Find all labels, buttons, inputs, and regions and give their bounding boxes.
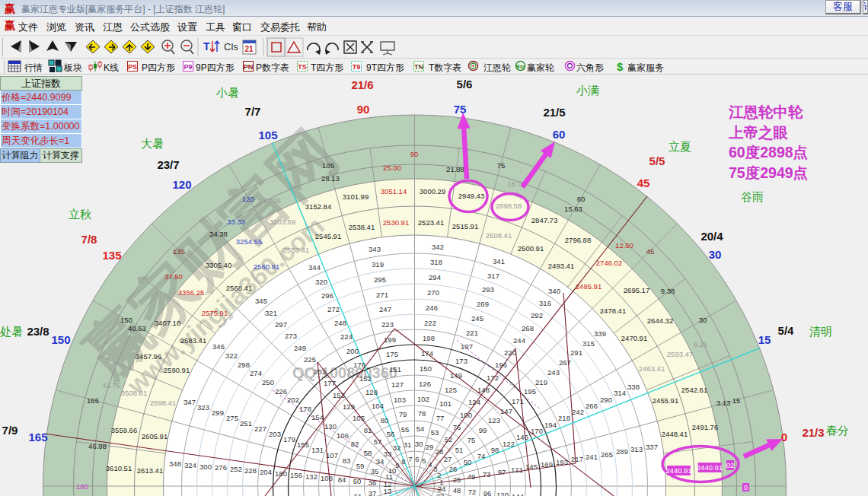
svg-text:2500.91: 2500.91 <box>518 244 544 253</box>
svg-text:P9: P9 <box>183 63 192 71</box>
svg-text:125: 125 <box>445 386 457 394</box>
svg-text:34: 34 <box>376 457 385 466</box>
svg-text:316: 316 <box>539 299 551 307</box>
svg-text:2455.91: 2455.91 <box>653 396 678 405</box>
svg-text:3101.99: 3101.99 <box>343 192 369 201</box>
svg-text:53: 53 <box>431 428 439 437</box>
svg-text:77: 77 <box>436 414 445 422</box>
svg-text:130: 130 <box>324 422 337 431</box>
svg-text:223: 223 <box>381 320 394 329</box>
svg-text:347: 347 <box>183 398 196 406</box>
svg-text:82: 82 <box>351 440 359 448</box>
svg-text:101: 101 <box>439 399 452 408</box>
svg-text:春分: 春分 <box>826 424 849 437</box>
svg-text:176: 176 <box>353 361 365 369</box>
svg-text:348: 348 <box>169 459 181 468</box>
svg-text:处暑: 处暑 <box>0 325 23 338</box>
svg-text:321: 321 <box>265 309 277 317</box>
svg-text:104: 104 <box>372 402 384 410</box>
svg-text:2847.73: 2847.73 <box>531 216 557 224</box>
svg-text:251: 251 <box>240 419 252 428</box>
svg-text:319: 319 <box>372 260 384 269</box>
svg-text:3559.66: 3559.66 <box>111 426 137 434</box>
svg-text:274: 274 <box>250 369 262 377</box>
svg-text:60: 60 <box>553 128 566 141</box>
svg-text:242: 242 <box>572 408 584 416</box>
svg-text:202: 202 <box>287 396 299 404</box>
svg-text:132: 132 <box>305 472 318 481</box>
svg-text:269: 269 <box>477 300 489 308</box>
svg-text:317: 317 <box>487 272 499 280</box>
svg-text:103: 103 <box>394 396 406 404</box>
svg-text:27: 27 <box>444 455 452 463</box>
svg-text:72: 72 <box>468 488 477 496</box>
svg-text:293: 293 <box>482 285 494 294</box>
svg-text:195: 195 <box>524 387 536 396</box>
svg-text:83: 83 <box>343 456 351 465</box>
svg-text:199: 199 <box>384 335 396 344</box>
svg-text:222: 222 <box>424 319 436 327</box>
svg-text:T: T <box>203 40 210 52</box>
svg-text:61: 61 <box>354 492 362 496</box>
svg-text:7/8: 7/8 <box>81 233 97 246</box>
svg-text:73: 73 <box>483 470 491 479</box>
svg-text:2493.41: 2493.41 <box>548 262 574 270</box>
svg-text:120: 120 <box>242 195 254 203</box>
svg-text:75: 75 <box>497 161 506 170</box>
svg-text:江恩轮中轮: 江恩轮中轮 <box>728 103 804 120</box>
svg-text:150: 150 <box>51 333 70 346</box>
svg-text:20/4: 20/4 <box>700 230 723 243</box>
svg-text:3508.81: 3508.81 <box>121 389 147 397</box>
svg-text:3305.40: 3305.40 <box>206 261 231 269</box>
svg-text:218: 218 <box>558 414 570 422</box>
svg-text:60度2898点: 60度2898点 <box>729 144 808 161</box>
svg-text:196: 196 <box>495 361 507 369</box>
svg-text:180: 180 <box>275 469 287 478</box>
svg-text:QQ:100800360: QQ:100800360 <box>292 364 397 381</box>
svg-text:33: 33 <box>384 450 392 458</box>
svg-text:320: 320 <box>315 278 327 286</box>
svg-text:241: 241 <box>586 453 598 461</box>
svg-text:296: 296 <box>321 291 333 300</box>
svg-text:120: 120 <box>172 178 191 191</box>
svg-text:21: 21 <box>244 45 254 53</box>
svg-text:37: 37 <box>369 489 377 496</box>
svg-text:171: 171 <box>512 397 524 405</box>
svg-text:5/6: 5/6 <box>457 78 473 91</box>
svg-text:271: 271 <box>376 291 388 299</box>
svg-text:107: 107 <box>326 451 338 459</box>
svg-text:340: 340 <box>548 287 560 295</box>
svg-text:243: 243 <box>547 368 560 377</box>
svg-text:3152.84: 3152.84 <box>305 202 331 211</box>
svg-text:346: 346 <box>212 342 225 351</box>
svg-text:小满: 小满 <box>576 84 599 97</box>
svg-text:221: 221 <box>466 329 478 337</box>
svg-text:100: 100 <box>460 411 472 419</box>
svg-text:224: 224 <box>340 332 353 341</box>
svg-text:291: 291 <box>570 348 582 357</box>
svg-text:2553.41: 2553.41 <box>283 246 309 254</box>
svg-text:2598.41: 2598.41 <box>150 399 176 407</box>
svg-text:128: 128 <box>365 388 378 396</box>
svg-text:273: 273 <box>285 332 297 340</box>
svg-text:2508.41: 2508.41 <box>486 231 512 240</box>
svg-text:79: 79 <box>399 410 407 418</box>
svg-text:2575.91: 2575.91 <box>202 309 228 317</box>
svg-text:立秋: 立秋 <box>69 208 91 221</box>
svg-text:127: 127 <box>391 380 404 389</box>
svg-text:147: 147 <box>500 407 512 415</box>
svg-text:123: 123 <box>488 416 500 424</box>
svg-text:29: 29 <box>426 443 434 451</box>
svg-text:02: 02 <box>726 461 735 469</box>
svg-text:2463.41: 2463.41 <box>639 364 665 373</box>
svg-text:108: 108 <box>321 474 333 482</box>
svg-text:193: 193 <box>556 458 568 466</box>
svg-text:59: 59 <box>356 462 365 470</box>
svg-text:8: 8 <box>401 457 405 466</box>
svg-text:2515.91: 2515.91 <box>452 222 478 231</box>
svg-text:15: 15 <box>758 333 771 346</box>
svg-text:102: 102 <box>417 395 429 403</box>
svg-text:90: 90 <box>357 103 370 116</box>
svg-text:131: 131 <box>311 446 324 454</box>
svg-text:299: 299 <box>212 409 224 417</box>
